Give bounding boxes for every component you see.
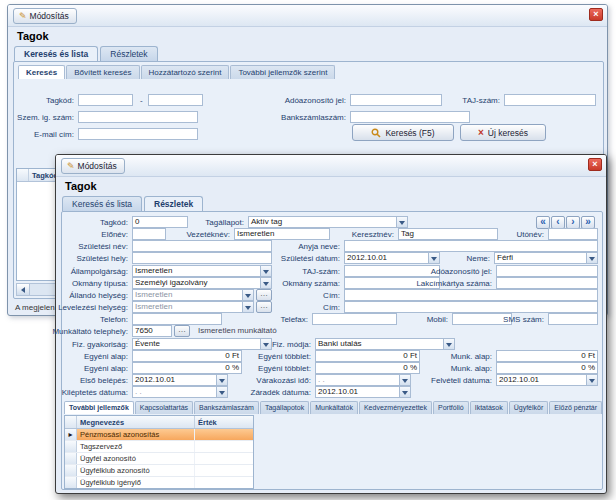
- detail-egyeni-alap-ft-input[interactable]: 0 Ft: [132, 350, 242, 362]
- detail-tagallapot-combo[interactable]: Aktív tag: [248, 216, 408, 228]
- tab-elozo-penztar[interactable]: Előző pénztár: [549, 401, 602, 414]
- detail-okmany-tipusa-combo[interactable]: Személyi igazolvány: [132, 277, 272, 289]
- munkaltato-browse-button[interactable]: …: [174, 325, 190, 337]
- row-marker-icon[interactable]: ▸: [65, 429, 77, 440]
- column-header-ertek[interactable]: Érték: [195, 416, 253, 428]
- detail-ado-input[interactable]: [496, 265, 598, 277]
- detail-levelezesi-helyseg-combo[interactable]: Ismeretlen: [132, 301, 254, 313]
- detail-munk-alap-pct-input[interactable]: 0 %: [496, 362, 598, 374]
- levelezesi-helyseg-browse-button[interactable]: …: [256, 301, 272, 313]
- attribute-row-4[interactable]: Ügyfélklub azonosító: [65, 465, 253, 477]
- tab-kereses-es-lista[interactable]: Keresés és lista: [14, 46, 98, 61]
- screen: ✎ Módosítás × Tagok Keresés és lista Rés…: [0, 0, 616, 500]
- tab-bankszamlaszam[interactable]: Bankszámlaszám: [194, 401, 259, 414]
- detail-egyeni-alap-pct-input[interactable]: 0 %: [132, 362, 242, 374]
- attribute-row-3[interactable]: Ügyfél azonosító: [65, 453, 253, 465]
- close-button[interactable]: ×: [588, 158, 602, 171]
- tab-portfolio[interactable]: Portfólió: [433, 401, 469, 414]
- dropdown-arrow-button[interactable]: [216, 375, 227, 385]
- tab-bovitett-kereses[interactable]: Bővített keresés: [66, 65, 139, 79]
- detail-sms-input[interactable]: [548, 313, 598, 325]
- dropdown-arrow-button[interactable]: [396, 217, 407, 227]
- attribute-name-cell: Ügyfélklub igénylő: [77, 477, 195, 488]
- detail-telefax-input[interactable]: [312, 313, 397, 325]
- detail-taj-input[interactable]: [344, 265, 440, 277]
- dropdown-arrow-button[interactable]: [399, 375, 410, 385]
- dropdown-arrow-button[interactable]: [586, 375, 597, 385]
- dropdown-arrow-button[interactable]: [242, 302, 253, 312]
- detail-elonev-input[interactable]: [132, 228, 166, 240]
- modify-button[interactable]: ✎ Módosítás: [13, 8, 77, 24]
- tab-tovabbi-jellemzok[interactable]: További jellemzők: [64, 401, 134, 414]
- tab-reszletek[interactable]: Részletek: [100, 46, 157, 61]
- tab-munkaltatok[interactable]: Munkáltatók: [310, 401, 358, 414]
- tab-iktatasok[interactable]: Iktatások: [470, 401, 508, 414]
- search-taj-input[interactable]: [504, 94, 596, 106]
- dropdown-arrow-button[interactable]: [242, 290, 253, 300]
- detail-zaradek-datuma-picker[interactable]: 2012.10.01: [315, 386, 411, 398]
- detail-elso-belepes-picker[interactable]: 2012.10.01: [132, 374, 228, 386]
- tab-kapcsolattartas[interactable]: Kapcsolattartás: [135, 401, 193, 414]
- dropdown-arrow-button[interactable]: [260, 266, 271, 276]
- row-selector[interactable]: [65, 453, 77, 464]
- detail-lakcimkartya-input[interactable]: [496, 277, 598, 289]
- column-header-megnevezes[interactable]: Megnevezés: [77, 416, 195, 428]
- row-selector[interactable]: [65, 441, 77, 452]
- detail-tagkod-input[interactable]: 0: [132, 216, 188, 228]
- detail-allando-helyseg-combo[interactable]: Ismeretlen: [132, 289, 254, 301]
- detail-szuletesi-hely-input[interactable]: [132, 252, 272, 264]
- detail-egyeni-tobblet-ft-input[interactable]: 0 Ft: [315, 350, 420, 362]
- tab-kedvezmenyezettek[interactable]: Kedvezményezettek: [359, 401, 432, 414]
- dropdown-arrow-button[interactable]: [216, 387, 227, 397]
- detail-vezeteknev-input[interactable]: Ismeretlen: [234, 228, 330, 240]
- new-search-button[interactable]: × Új keresés: [460, 124, 546, 141]
- tab-kereses-es-lista[interactable]: Keresés és lista: [62, 196, 142, 211]
- search-bank-input[interactable]: [350, 111, 470, 123]
- dropdown-arrow-button[interactable]: [399, 387, 410, 397]
- tab-kereses[interactable]: Keresés: [18, 65, 65, 79]
- dropdown-arrow-button[interactable]: [428, 253, 439, 263]
- detail-keresztnev-input[interactable]: Tag: [398, 228, 498, 240]
- search-ado-input[interactable]: [350, 94, 442, 106]
- detail-telefon-input[interactable]: [132, 313, 222, 325]
- detail-neme-combo[interactable]: Férfi: [494, 252, 598, 264]
- modify-button[interactable]: ✎ Módosítás: [61, 158, 125, 174]
- dropdown-arrow-button[interactable]: [260, 339, 271, 349]
- dropdown-arrow-button[interactable]: [260, 278, 271, 288]
- detail-allampolgarsag-combo[interactable]: Ismeretlen: [132, 265, 272, 277]
- allando-helyseg-browse-button[interactable]: …: [256, 289, 272, 301]
- search-tagkod-to-input[interactable]: [148, 94, 203, 106]
- detail-fiz-modja-combo[interactable]: Banki utalás: [315, 338, 455, 350]
- dropdown-arrow-button[interactable]: [443, 339, 454, 349]
- row-selector[interactable]: [65, 477, 77, 488]
- attribute-row-1[interactable]: ▸ Pénzmosási azonosítás: [65, 429, 253, 441]
- detail-szuletesi-nev-input[interactable]: [132, 240, 272, 252]
- detail-levelezesi-cim-input[interactable]: [344, 301, 598, 313]
- attribute-row-2[interactable]: Tagszervező: [65, 441, 253, 453]
- tab-hozzatartozo-szerint[interactable]: Hozzátartozó szerint: [141, 65, 230, 79]
- detail-utonev-input[interactable]: [548, 228, 598, 240]
- tab-tagallapotok[interactable]: Tagállapotok: [260, 401, 309, 414]
- search-button[interactable]: Keresés (F5): [352, 124, 454, 141]
- detail-egyeni-tobblet-pct-input[interactable]: 0 %: [315, 362, 420, 374]
- detail-felveteli-datuma-picker[interactable]: 2012.10.01: [496, 374, 598, 386]
- close-button[interactable]: ×: [589, 8, 603, 21]
- tab-tovabbi-jellemzok-szerint[interactable]: További jellemzők szerint: [230, 65, 335, 79]
- tab-ugyfelkor[interactable]: Ügyfélkör: [509, 401, 549, 414]
- attribute-row-5[interactable]: Ügyfélklub igénylő: [65, 477, 253, 489]
- detail-kileptetes-datuma-picker[interactable]: . .: [132, 386, 228, 398]
- detail-allando-cim-input[interactable]: [344, 289, 598, 301]
- row-selector[interactable]: [65, 465, 77, 476]
- detail-munk-alap-ft-input[interactable]: 0 Ft: [496, 350, 598, 362]
- detail-munkaltato-telephely-input[interactable]: 7650: [132, 325, 172, 337]
- search-email-input[interactable]: [78, 128, 198, 140]
- detail-fiz-gyakorisag-combo[interactable]: Évente: [132, 338, 272, 350]
- dropdown-arrow-button[interactable]: [586, 253, 597, 263]
- scroll-left-button[interactable]: [17, 284, 30, 295]
- detail-varakozasi-ido-picker[interactable]: . .: [315, 374, 411, 386]
- search-tagkod-from-input[interactable]: [78, 94, 133, 106]
- search-szemig-input[interactable]: [78, 111, 198, 123]
- detail-anyja-neve-input[interactable]: [344, 240, 598, 252]
- detail-szuletesi-datum-picker[interactable]: 2012.10.01: [344, 252, 440, 264]
- tab-reszletek[interactable]: Részletek: [144, 196, 203, 211]
